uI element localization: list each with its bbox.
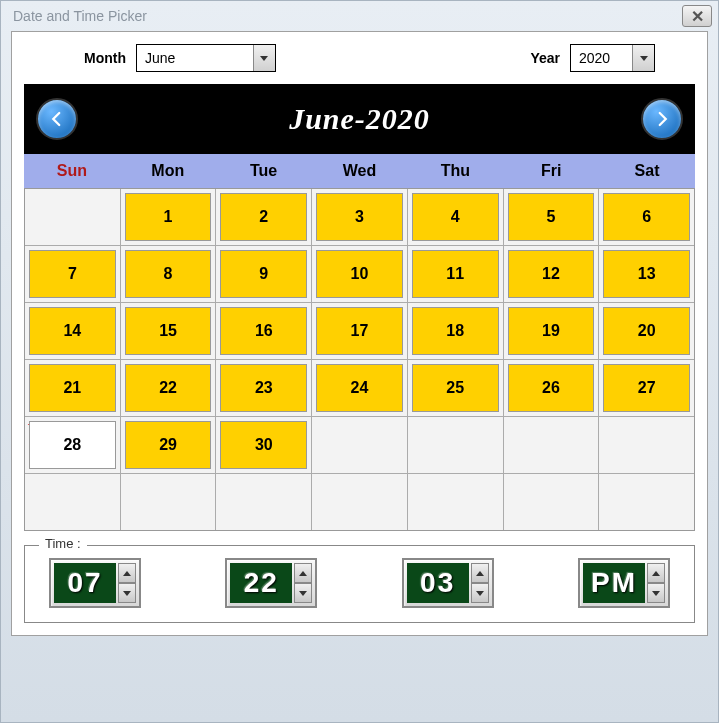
hour-up-button[interactable] xyxy=(118,563,136,583)
day-28[interactable]: 28 xyxy=(29,421,116,469)
day-7[interactable]: 7 xyxy=(29,250,116,298)
day-11[interactable]: 11 xyxy=(412,250,499,298)
day-2[interactable]: 2 xyxy=(220,193,307,241)
day-24[interactable]: 24 xyxy=(316,364,403,412)
calendar-cell xyxy=(408,417,503,473)
day-19[interactable]: 19 xyxy=(508,307,595,355)
month-label: Month xyxy=(84,50,126,66)
chevron-left-icon xyxy=(48,110,66,128)
calendar-cell: 6 xyxy=(599,189,694,245)
day-header-thu: Thu xyxy=(407,154,503,188)
day-22[interactable]: 22 xyxy=(125,364,212,412)
day-26[interactable]: 26 xyxy=(508,364,595,412)
day-header-sat: Sat xyxy=(599,154,695,188)
month-dropdown[interactable]: June xyxy=(136,44,276,72)
calendar-cell xyxy=(599,474,694,530)
second-display: 03 xyxy=(407,563,469,603)
day-10[interactable]: 10 xyxy=(316,250,403,298)
close-icon: ✕ xyxy=(691,7,704,26)
calendar-cell: 4 xyxy=(408,189,503,245)
year-dropdown[interactable]: 2020 xyxy=(570,44,655,72)
time-section: Time : 07 22 xyxy=(24,545,695,623)
calendar-cell: 24 xyxy=(312,360,407,416)
calendar-cell: ★28 xyxy=(25,417,120,473)
day-23[interactable]: 23 xyxy=(220,364,307,412)
minute-spinner-buttons xyxy=(294,563,312,603)
ampm-up-button[interactable] xyxy=(647,563,665,583)
day-header-tue: Tue xyxy=(216,154,312,188)
day-3[interactable]: 3 xyxy=(316,193,403,241)
calendar-cell: 12 xyxy=(504,246,599,302)
second-up-button[interactable] xyxy=(471,563,489,583)
day-25[interactable]: 25 xyxy=(412,364,499,412)
calendar-cell: 11 xyxy=(408,246,503,302)
month-dropdown-value: June xyxy=(137,50,183,66)
day-16[interactable]: 16 xyxy=(220,307,307,355)
calendar-cell: 25 xyxy=(408,360,503,416)
day-8[interactable]: 8 xyxy=(125,250,212,298)
minute-down-button[interactable] xyxy=(294,583,312,603)
day-29[interactable]: 29 xyxy=(125,421,212,469)
calendar-cell xyxy=(504,417,599,473)
second-spinner: 03 xyxy=(402,558,494,608)
day-18[interactable]: 18 xyxy=(412,307,499,355)
calendar-cell xyxy=(312,474,407,530)
day-4[interactable]: 4 xyxy=(412,193,499,241)
calendar-cell: 18 xyxy=(408,303,503,359)
day-1[interactable]: 1 xyxy=(125,193,212,241)
chevron-right-icon xyxy=(653,110,671,128)
calendar-cell xyxy=(312,417,407,473)
calendar-cell: 17 xyxy=(312,303,407,359)
day-header-fri: Fri xyxy=(503,154,599,188)
minute-up-button[interactable] xyxy=(294,563,312,583)
calendar-title: June-2020 xyxy=(289,102,430,136)
calendar-cell xyxy=(25,189,120,245)
year-label: Year xyxy=(530,50,560,66)
hour-spinner-buttons xyxy=(118,563,136,603)
calendar-cell xyxy=(121,474,216,530)
day-6[interactable]: 6 xyxy=(603,193,690,241)
day-5[interactable]: 5 xyxy=(508,193,595,241)
calendar-cell: 26 xyxy=(504,360,599,416)
calendar-cell: 16 xyxy=(216,303,311,359)
day-9[interactable]: 9 xyxy=(220,250,307,298)
year-dropdown-value: 2020 xyxy=(571,50,618,66)
calendar-cell xyxy=(504,474,599,530)
day-header-mon: Mon xyxy=(120,154,216,188)
day-30[interactable]: 30 xyxy=(220,421,307,469)
content-area: Month June Year 2020 June-2020 SunMonTue… xyxy=(11,31,708,636)
next-month-button[interactable] xyxy=(641,98,683,140)
minute-display: 22 xyxy=(230,563,292,603)
selector-row: Month June Year 2020 xyxy=(24,44,695,72)
calendar-cell: 10 xyxy=(312,246,407,302)
day-21[interactable]: 21 xyxy=(29,364,116,412)
chevron-down-icon xyxy=(632,45,654,71)
second-down-button[interactable] xyxy=(471,583,489,603)
day-12[interactable]: 12 xyxy=(508,250,595,298)
prev-month-button[interactable] xyxy=(36,98,78,140)
day-13[interactable]: 13 xyxy=(603,250,690,298)
ampm-spinner-buttons xyxy=(647,563,665,603)
time-legend: Time : xyxy=(39,536,87,551)
calendar-cell xyxy=(599,417,694,473)
calendar-cell: 8 xyxy=(121,246,216,302)
day-14[interactable]: 14 xyxy=(29,307,116,355)
day-27[interactable]: 27 xyxy=(603,364,690,412)
calendar-cell: 30 xyxy=(216,417,311,473)
hour-display: 07 xyxy=(54,563,116,603)
calendar-cell xyxy=(408,474,503,530)
day-17[interactable]: 17 xyxy=(316,307,403,355)
hour-down-button[interactable] xyxy=(118,583,136,603)
day-15[interactable]: 15 xyxy=(125,307,212,355)
ampm-down-button[interactable] xyxy=(647,583,665,603)
chevron-down-icon xyxy=(253,45,275,71)
second-spinner-buttons xyxy=(471,563,489,603)
calendar-cell: 7 xyxy=(25,246,120,302)
calendar-cell xyxy=(25,474,120,530)
titlebar: Date and Time Picker ✕ xyxy=(1,1,718,31)
ampm-display: PM xyxy=(583,563,645,603)
day-20[interactable]: 20 xyxy=(603,307,690,355)
close-button[interactable]: ✕ xyxy=(682,5,712,27)
calendar-cell xyxy=(216,474,311,530)
calendar-cell: 2 xyxy=(216,189,311,245)
